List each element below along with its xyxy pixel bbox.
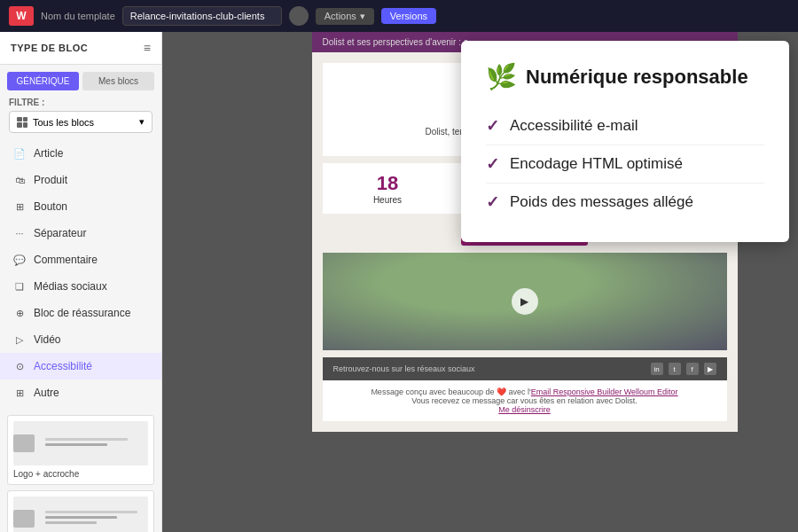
footer-text: Message conçu avec beaucoup de ❤️ avec l… bbox=[371, 387, 677, 396]
email-footer: Message conçu avec beaucoup de ❤️ avec l… bbox=[323, 380, 727, 421]
check-icon: ✓ bbox=[486, 116, 499, 136]
menu-item-label: Vidéo bbox=[34, 333, 60, 346]
email-social-bar: Retrouvez-nous sur les réseaux sociaux i… bbox=[323, 357, 727, 380]
menu-item-label: Séparateur bbox=[34, 227, 86, 239]
unsubscribe-link[interactable]: Me désinscrire bbox=[498, 405, 551, 414]
hamburger-icon[interactable]: ≡ bbox=[144, 41, 151, 55]
menu-item-label: Produit bbox=[34, 174, 67, 186]
thumb-img bbox=[13, 510, 35, 528]
menu-item-label: Médias sociaux bbox=[34, 280, 107, 293]
menu-item-médias-sociaux[interactable]: ❏Médias sociaux bbox=[0, 273, 161, 300]
menu-item-autre[interactable]: ⊞Autre bbox=[0, 379, 161, 406]
facebook-icon[interactable]: f bbox=[686, 363, 699, 375]
tooltip-item-text: Poids des messages allégé bbox=[510, 193, 693, 211]
tab-generique[interactable]: GÉNÉRIQUE bbox=[7, 72, 79, 90]
check-icon: ✓ bbox=[486, 154, 499, 174]
template-label: Nom du template bbox=[41, 11, 115, 21]
tooltip-items: ✓Accessibilité e-mail✓Encodage HTML opti… bbox=[486, 107, 764, 221]
menu-item-produit[interactable]: 🛍Produit bbox=[0, 167, 161, 193]
tooltip-plant-icon: 🌿 bbox=[486, 62, 517, 91]
menu-item-icon: 🛍 bbox=[12, 173, 27, 187]
thumb-card[interactable]: Logo + accroche bbox=[7, 415, 154, 485]
filter-label: FILTRE : bbox=[9, 98, 153, 107]
tooltip-overlay: 🌿 Numérique responsable ✓Accessibilité e… bbox=[461, 41, 789, 242]
menu-item-accessibilité[interactable]: ⊙Accessibilité bbox=[0, 353, 161, 379]
menu-item-label: Commentaire bbox=[34, 254, 98, 266]
tooltip-item-text: Encodage HTML optimisé bbox=[510, 155, 683, 173]
main-layout: TYPE DE BLOC ≡ GÉNÉRIQUE Mes blocs FILTR… bbox=[0, 32, 798, 532]
youtube-icon[interactable]: ▶ bbox=[704, 363, 716, 375]
versions-button[interactable]: Versions bbox=[381, 8, 436, 24]
menu-item-icon: ⊞ bbox=[12, 200, 27, 214]
menu-item-icon: ··· bbox=[12, 226, 27, 240]
countdown-hours: 18 Heures bbox=[373, 172, 402, 205]
menu-item-commentaire[interactable]: 💬Commentaire bbox=[0, 246, 161, 273]
social-icons: in t f ▶ bbox=[651, 363, 716, 375]
play-icon[interactable]: ▶ bbox=[512, 288, 538, 315]
status-dot bbox=[289, 6, 309, 26]
menu-list: 📄Article🛍Produit⊞Bouton···Séparateur💬Com… bbox=[0, 137, 161, 410]
menu-item-icon: ⊞ bbox=[12, 386, 27, 400]
actions-button[interactable]: Actions ▾ bbox=[316, 8, 374, 25]
menu-item-label: Bouton bbox=[34, 200, 67, 213]
menu-item-icon: ❏ bbox=[12, 279, 27, 293]
menu-item-icon: ⊙ bbox=[12, 359, 27, 373]
email-video[interactable]: ▶ bbox=[323, 253, 727, 350]
menu-item-vidéo[interactable]: ▷Vidéo bbox=[0, 326, 161, 353]
menu-item-icon: ⊕ bbox=[12, 306, 27, 320]
menu-item-séparateur[interactable]: ···Séparateur bbox=[0, 220, 161, 246]
tooltip-item-text: Accessibilité e-mail bbox=[510, 117, 638, 135]
tooltip-title: Numérique responsable bbox=[526, 66, 748, 89]
filter-select[interactable]: Tous les blocs ▾ bbox=[9, 111, 153, 133]
grid-icon bbox=[17, 117, 27, 128]
panel-header: TYPE DE BLOC ≡ bbox=[0, 32, 161, 65]
menu-item-icon: ▷ bbox=[12, 332, 27, 347]
footer-link[interactable]: Email Responsive Builder Welloum Editor bbox=[531, 387, 678, 396]
linkedin-icon[interactable]: in bbox=[651, 363, 663, 375]
menu-item-label: Accessibilité bbox=[34, 360, 92, 372]
panel-title: TYPE DE BLOC bbox=[11, 43, 88, 53]
tooltip-item: ✓Accessibilité e-mail bbox=[486, 107, 764, 145]
thumb-section: Logo + accroche Logo + menu de navigatio… bbox=[0, 410, 161, 532]
filter-section: FILTRE : Tous les blocs ▾ bbox=[0, 90, 161, 137]
thumb-label: Logo + accroche bbox=[13, 469, 148, 479]
menu-item-bloc-de-réassurance[interactable]: ⊕Bloc de réassurance bbox=[0, 300, 161, 326]
footer-line2: Vous recevez ce message car vous êtes en… bbox=[411, 396, 638, 405]
app-logo: W bbox=[9, 6, 34, 26]
menu-item-bouton[interactable]: ⊞Bouton bbox=[0, 193, 161, 220]
social-bar-text: Retrouvez-nous sur les réseaux sociaux bbox=[333, 364, 475, 373]
menu-item-article[interactable]: 📄Article bbox=[0, 140, 161, 167]
template-name-input[interactable] bbox=[122, 6, 282, 26]
thumb-img bbox=[13, 434, 35, 452]
left-panel: TYPE DE BLOC ≡ GÉNÉRIQUE Mes blocs FILTR… bbox=[0, 32, 162, 532]
content-area: Dolist et ses perspectives d'avenir : c.… bbox=[162, 32, 798, 532]
tooltip-item: ✓Encodage HTML optimisé bbox=[486, 145, 764, 184]
chevron-down-icon: ▾ bbox=[139, 116, 145, 128]
filter-value: Tous les blocs bbox=[33, 117, 94, 128]
twitter-icon[interactable]: t bbox=[669, 363, 681, 375]
menu-item-label: Autre bbox=[34, 387, 59, 399]
panel-tabs: GÉNÉRIQUE Mes blocs bbox=[0, 65, 161, 90]
menu-item-label: Article bbox=[34, 147, 63, 160]
topbar: W Nom du template Actions ▾ Versions bbox=[0, 0, 798, 32]
menu-item-label: Bloc de réassurance bbox=[34, 307, 130, 319]
tooltip-item: ✓Poids des messages allégé bbox=[486, 184, 764, 221]
check-icon: ✓ bbox=[486, 192, 499, 212]
tab-mes-blocs[interactable]: Mes blocs bbox=[82, 72, 154, 90]
thumb-card[interactable]: Logo + menu de navigation bbox=[7, 490, 154, 532]
tooltip-header: 🌿 Numérique responsable bbox=[486, 62, 764, 91]
menu-item-icon: 📄 bbox=[12, 146, 27, 160]
menu-item-icon: 💬 bbox=[12, 253, 27, 267]
